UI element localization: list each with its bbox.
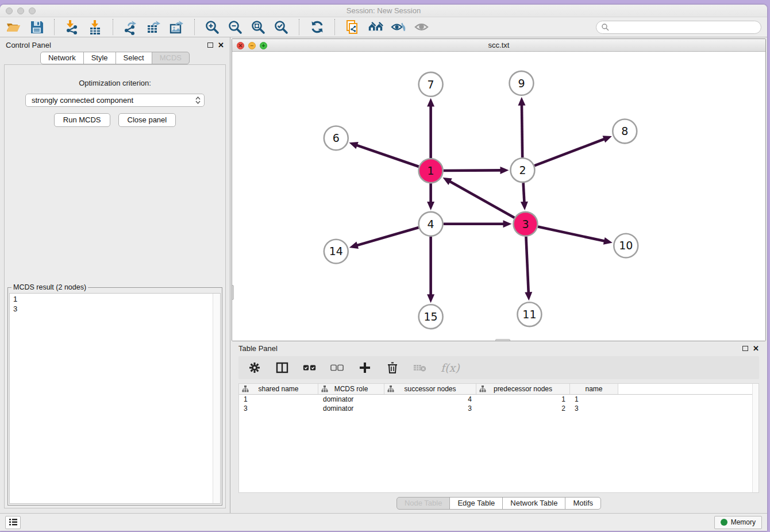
- node-table[interactable]: shared nameMCDS rolesuccessor nodesprede…: [238, 383, 759, 493]
- refresh-icon[interactable]: [309, 20, 325, 35]
- duplicate-network-icon[interactable]: [345, 20, 360, 35]
- tab-network[interactable]: Network: [40, 52, 84, 64]
- tab-motifs[interactable]: Motifs: [565, 497, 601, 510]
- table-scrollbar[interactable]: [752, 384, 759, 492]
- import-network-icon[interactable]: [64, 20, 80, 35]
- tab-node-table[interactable]: Node Table: [396, 497, 451, 510]
- zoom-in-icon[interactable]: [205, 20, 220, 35]
- table-cell[interactable]: 1: [570, 395, 618, 404]
- search-input[interactable]: [612, 22, 756, 32]
- table-cell[interactable]: 3: [570, 404, 618, 413]
- edge-2-9[interactable]: [522, 104, 522, 158]
- network-close-button[interactable]: ✕: [237, 42, 244, 49]
- column-header-MCDS-role[interactable]: MCDS role: [318, 384, 384, 394]
- table-cell[interactable]: dominator: [318, 395, 384, 404]
- edge-1-2[interactable]: [444, 170, 502, 171]
- search-box[interactable]: [596, 21, 761, 34]
- tab-style[interactable]: Style: [83, 52, 116, 64]
- edge-2-3[interactable]: [523, 183, 525, 203]
- network-maximize-button[interactable]: +: [260, 42, 267, 49]
- table-settings-icon[interactable]: [248, 361, 261, 375]
- memory-status-icon: [721, 519, 727, 526]
- export-image-icon[interactable]: [169, 20, 184, 35]
- open-session-icon[interactable]: [6, 20, 21, 35]
- graph-node-7[interactable]: 7: [419, 72, 443, 97]
- save-session-icon[interactable]: [29, 20, 44, 35]
- close-panel-icon[interactable]: ✕: [218, 43, 224, 48]
- table-cell[interactable]: 1: [476, 395, 570, 404]
- tab-select[interactable]: Select: [116, 52, 152, 64]
- zoom-out-icon[interactable]: [228, 20, 243, 35]
- delete-table-icon[interactable]: [413, 361, 427, 375]
- table-row[interactable]: 1dominator411: [239, 395, 759, 404]
- graph-node-8[interactable]: 8: [613, 119, 637, 144]
- column-header-predecessor-nodes[interactable]: predecessor nodes: [476, 384, 570, 394]
- edge-3-1[interactable]: [449, 181, 514, 218]
- tab-edge-table[interactable]: Edge Table: [449, 497, 503, 510]
- function-builder-icon[interactable]: f(x): [441, 361, 460, 374]
- network-minimize-button[interactable]: −: [248, 42, 256, 49]
- table-cell[interactable]: 2: [476, 404, 570, 413]
- edge-3-11[interactable]: [526, 237, 528, 294]
- graph-node-4[interactable]: 4: [419, 212, 443, 236]
- graph-node-15[interactable]: 15: [419, 304, 443, 329]
- edge-4-14[interactable]: [356, 228, 418, 246]
- result-scrollbar[interactable]: [213, 294, 220, 503]
- select-all-checkboxes-icon[interactable]: [303, 361, 317, 375]
- table-cell[interactable]: 3: [239, 404, 318, 413]
- edge-2-8[interactable]: [534, 138, 606, 165]
- close-window-button[interactable]: [6, 7, 13, 14]
- first-neighbors-icon[interactable]: [368, 20, 383, 35]
- column-header-shared-name[interactable]: shared name: [239, 384, 318, 394]
- edge-1-6[interactable]: [356, 145, 419, 167]
- table-cell[interactable]: dominator: [318, 404, 384, 413]
- zoom-fit-icon[interactable]: [251, 20, 266, 35]
- network-canvas[interactable]: 7968124314101511: [232, 52, 765, 341]
- table-row[interactable]: 3dominator323: [239, 404, 759, 413]
- graph-node-9[interactable]: 9: [509, 71, 533, 95]
- mcds-result-text[interactable]: 13: [9, 293, 221, 504]
- maximize-window-button[interactable]: [29, 7, 36, 14]
- column-header-successor-nodes[interactable]: successor nodes: [384, 384, 476, 394]
- close-table-panel-icon[interactable]: ✕: [753, 346, 759, 352]
- memory-button[interactable]: Memory: [714, 516, 762, 529]
- delete-columns-icon[interactable]: [386, 361, 399, 375]
- split-view-icon[interactable]: [275, 361, 289, 375]
- graph-node-6[interactable]: 6: [324, 126, 348, 150]
- graph-node-1[interactable]: 1: [419, 159, 443, 183]
- task-history-button[interactable]: [5, 516, 21, 529]
- deselect-all-checkboxes-icon[interactable]: [330, 361, 344, 375]
- run-mcds-button[interactable]: Run MCDS: [54, 113, 110, 127]
- export-table-icon[interactable]: [146, 20, 161, 35]
- column-header-name[interactable]: name: [570, 384, 618, 394]
- table-cell[interactable]: 4: [384, 395, 476, 404]
- edge-arrowhead: [427, 294, 434, 303]
- edge-arrowhead: [521, 202, 528, 210]
- hide-graphics-details-icon[interactable]: [391, 20, 406, 35]
- table-panel-title: Table Panel: [238, 344, 278, 353]
- graph-node-11[interactable]: 11: [517, 302, 541, 326]
- network-window-titlebar[interactable]: ✕ − + scc.txt: [232, 39, 765, 52]
- tab-mcds[interactable]: MCDS: [152, 52, 190, 64]
- float-panel-icon[interactable]: [207, 43, 213, 48]
- graph-node-3[interactable]: 3: [513, 212, 537, 236]
- show-graphics-details-icon[interactable]: [414, 20, 429, 35]
- tab-network-table[interactable]: Network Table: [502, 497, 565, 510]
- export-network-icon[interactable]: [123, 20, 138, 35]
- table-cell[interactable]: 1: [239, 395, 318, 404]
- zoom-selected-icon[interactable]: [274, 20, 289, 35]
- graph-node-2[interactable]: 2: [510, 158, 534, 182]
- close-panel-button[interactable]: Close panel: [118, 113, 176, 127]
- minimize-window-button[interactable]: [17, 7, 24, 14]
- network-graph[interactable]: 7968124314101511: [232, 52, 765, 341]
- import-table-icon[interactable]: [87, 20, 103, 35]
- graph-node-14[interactable]: 14: [324, 240, 348, 264]
- criterion-dropdown[interactable]: strongly connected component: [25, 94, 205, 107]
- table-cell[interactable]: 3: [384, 404, 476, 413]
- add-column-icon[interactable]: [358, 361, 372, 375]
- splitter-grip-vertical[interactable]: [232, 285, 234, 300]
- edge-arrowhead: [503, 220, 511, 228]
- float-table-panel-icon[interactable]: [742, 346, 748, 351]
- edge-3-10[interactable]: [538, 226, 606, 241]
- graph-node-10[interactable]: 10: [614, 234, 638, 258]
